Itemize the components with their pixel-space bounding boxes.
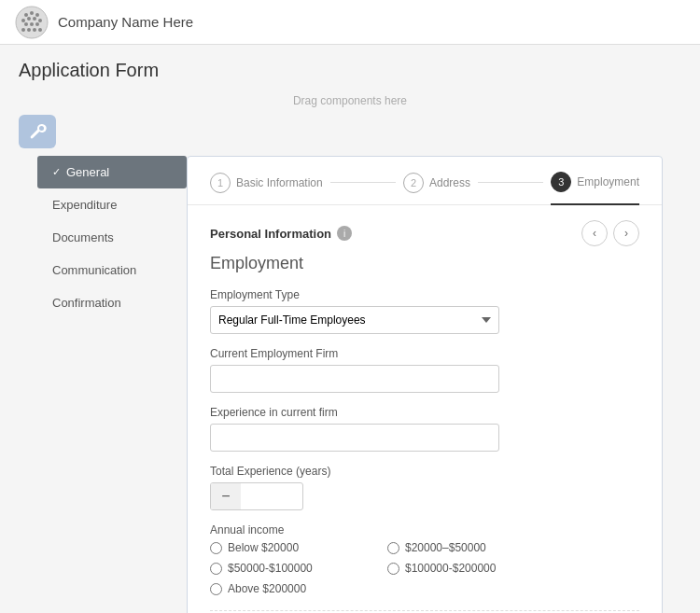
annual-income-options: Below $20000 $20000–$50000 $50000-$10000… — [210, 541, 546, 595]
income-option-50k100k[interactable]: $50000-$100000 — [210, 562, 369, 575]
next-button[interactable]: › — [613, 220, 639, 246]
svg-point-3 — [35, 13, 39, 17]
stepper-value-input[interactable] — [241, 490, 303, 503]
sidebar-label-expenditure: Expenditure — [52, 198, 117, 212]
total-experience-stepper: − + — [210, 482, 303, 510]
drag-hint-top: Drag components here — [19, 94, 681, 107]
employment-type-label: Employment Type — [210, 288, 639, 301]
income-option-below20k[interactable]: Below $20000 — [210, 541, 369, 554]
step-1-circle: 1 — [210, 173, 231, 193]
employment-type-field: Employment Type Regular Full-Time Employ… — [210, 288, 639, 334]
employment-type-select[interactable]: Regular Full-Time Employees Part-Time Em… — [210, 306, 499, 334]
sidebar-item-documents[interactable]: Documents — [37, 221, 187, 254]
svg-point-13 — [33, 28, 36, 32]
sidebar-label-documents: Documents — [52, 230, 114, 244]
svg-point-8 — [24, 22, 28, 26]
total-experience-label: Total Experience (years) — [210, 465, 639, 478]
step-divider-1 — [330, 182, 396, 183]
current-firm-label: Current Employment Firm — [210, 347, 639, 360]
stepper: 1 Basic Information 2 Address 3 Employme… — [188, 157, 662, 205]
page-area: Application Form Drag components here ✓ … — [0, 45, 700, 613]
current-firm-field: Current Employment Firm — [210, 347, 639, 393]
section-header: Personal Information i ‹ › — [210, 220, 639, 246]
sidebar-item-communication[interactable]: Communication — [37, 254, 187, 286]
prev-button[interactable]: ‹ — [581, 220, 608, 246]
sidebar-label-communication: Communication — [52, 263, 136, 277]
current-firm-input[interactable] — [210, 365, 499, 393]
step-1-label: Basic Information — [236, 176, 323, 189]
svg-point-12 — [27, 28, 31, 32]
header: Company Name Here — [0, 0, 700, 45]
annual-income-field: Annual income Below $20000 $20000–$50000 — [210, 523, 639, 595]
step-divider-2 — [478, 182, 543, 183]
svg-point-4 — [21, 19, 25, 22]
step-1[interactable]: 1 Basic Information — [210, 173, 323, 204]
info-icon[interactable]: i — [337, 226, 352, 241]
main-layout: ✓ General Expenditure Documents Communic… — [19, 156, 681, 613]
income-option-100k200k[interactable]: $100000-$200000 — [387, 562, 546, 575]
income-radio-below20k[interactable] — [210, 542, 222, 554]
income-radio-100k200k[interactable] — [387, 563, 399, 575]
step-2[interactable]: 2 Address — [403, 173, 470, 204]
step-3[interactable]: 3 Employment — [551, 172, 639, 205]
svg-point-6 — [33, 17, 36, 21]
income-label-below20k: Below $20000 — [228, 541, 299, 554]
company-logo — [15, 6, 49, 39]
income-label-50k100k: $50000-$100000 — [228, 562, 313, 575]
step-3-label: Employment — [577, 175, 639, 188]
experience-label: Experience in current firm — [210, 406, 639, 419]
section-subtitle: Employment — [210, 254, 639, 273]
income-option-above200k[interactable]: Above $200000 — [210, 582, 369, 595]
experience-input[interactable] — [210, 424, 499, 452]
company-name-text: Company Name Here — [58, 14, 193, 30]
page-title: Application Form — [19, 60, 681, 81]
sidebar: ✓ General Expenditure Documents Communic… — [37, 156, 187, 613]
section-title: Personal Information — [210, 227, 331, 241]
svg-point-10 — [35, 22, 39, 26]
content-area: 1 Basic Information 2 Address 3 Employme… — [187, 156, 663, 613]
form-content: Personal Information i ‹ › Employment Em… — [188, 205, 662, 613]
sidebar-label-general: General — [66, 165, 109, 179]
step-2-label: Address — [429, 176, 470, 189]
sidebar-item-general[interactable]: ✓ General — [37, 156, 187, 188]
nav-arrows: ‹ › — [581, 220, 639, 246]
svg-point-2 — [30, 11, 34, 15]
check-icon: ✓ — [52, 166, 61, 178]
income-radio-20k50k[interactable] — [387, 542, 399, 554]
wrench-icon — [28, 122, 47, 141]
svg-point-14 — [38, 28, 42, 32]
section-title-row: Personal Information i — [210, 226, 352, 241]
tool-icon-button[interactable] — [19, 115, 56, 148]
sidebar-label-confirmation: Confirmation — [52, 296, 121, 310]
income-label-above200k: Above $200000 — [228, 582, 306, 595]
total-experience-field: Total Experience (years) − + — [210, 465, 639, 510]
income-radio-above200k[interactable] — [210, 583, 222, 595]
income-label-20k50k: $20000–$50000 — [405, 541, 486, 554]
annual-income-label: Annual income — [210, 523, 639, 536]
income-label-100k200k: $100000-$200000 — [405, 562, 496, 575]
sidebar-item-expenditure[interactable]: Expenditure — [37, 188, 187, 221]
sidebar-item-confirmation[interactable]: Confirmation — [37, 286, 187, 319]
svg-point-9 — [30, 22, 34, 26]
svg-point-5 — [27, 17, 31, 21]
income-radio-50k100k[interactable] — [210, 563, 222, 575]
svg-point-7 — [38, 19, 42, 22]
svg-point-11 — [21, 28, 25, 32]
step-3-circle: 3 — [551, 172, 571, 192]
svg-point-1 — [24, 13, 28, 17]
experience-field: Experience in current firm — [210, 406, 639, 452]
stepper-minus-button[interactable]: − — [211, 483, 241, 509]
step-2-circle: 2 — [403, 173, 424, 193]
income-option-20k50k[interactable]: $20000–$50000 — [387, 541, 546, 554]
